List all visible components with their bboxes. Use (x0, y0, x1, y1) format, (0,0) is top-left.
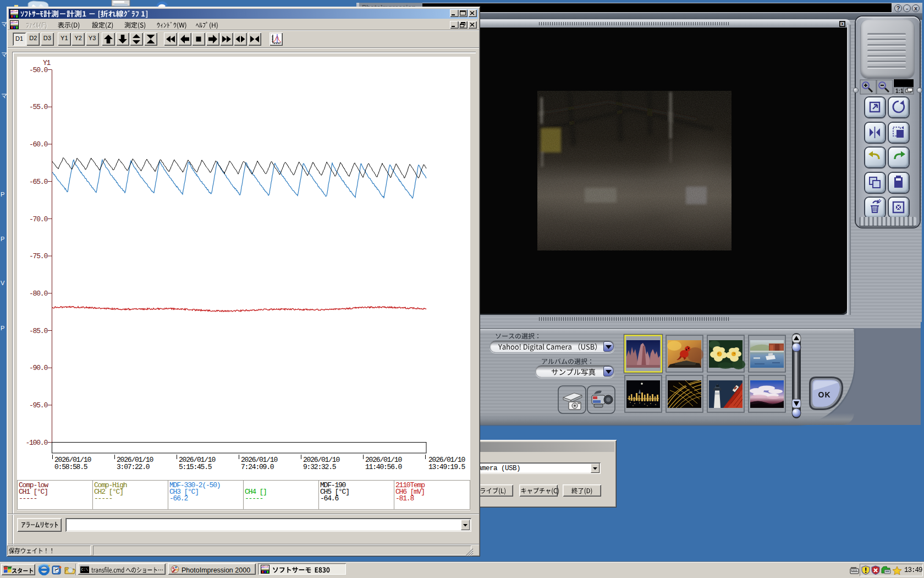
svg-text:1:1: 1:1 (895, 88, 904, 94)
svg-text:OK: OK (818, 390, 831, 399)
